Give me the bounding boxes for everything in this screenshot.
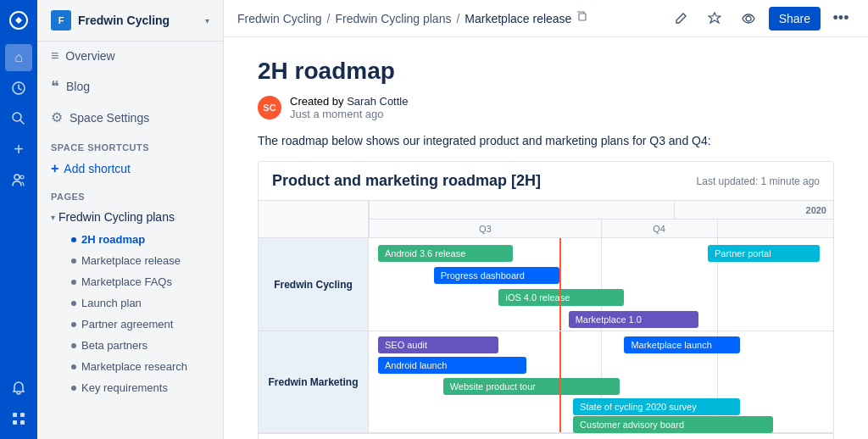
sidebar-item-label: Blog bbox=[66, 80, 90, 93]
space-name: Fredwin Cycling bbox=[78, 14, 198, 27]
edit-button[interactable] bbox=[667, 5, 694, 32]
bar-android-launch: Android launch bbox=[378, 357, 526, 374]
sidebar-page-launch-plan[interactable]: Launch plan bbox=[37, 292, 223, 314]
page-dot bbox=[71, 343, 76, 348]
gantt-label-header bbox=[259, 201, 369, 238]
search-icon[interactable] bbox=[5, 105, 32, 132]
parent-page-label: Fredwin Cycling plans bbox=[58, 210, 175, 224]
apps-icon[interactable] bbox=[5, 405, 32, 432]
gantt-chart: 2020 Q3 Q4 Fredwin Cycling bbox=[259, 201, 833, 439]
bar-customer-advisory: Customer advisory board bbox=[573, 416, 773, 433]
space-shortcuts-label: SPACE SHORTCUTS bbox=[37, 132, 223, 156]
sidebar-page-partner-agreement[interactable]: Partner agreement bbox=[37, 314, 223, 335]
active-dot bbox=[71, 237, 76, 242]
page-dot bbox=[71, 364, 76, 370]
plus-icon: + bbox=[51, 161, 58, 176]
sidebar-item-label: Space Settings bbox=[70, 111, 149, 125]
today-line bbox=[559, 238, 561, 331]
breadcrumb: Fredwin Cycling / Fredwin Cycling plans … bbox=[237, 11, 660, 25]
gantt-chart-headers: 2020 Q3 Q4 bbox=[369, 201, 833, 238]
star-button[interactable] bbox=[701, 5, 728, 32]
created-label: Created by bbox=[290, 95, 347, 108]
breadcrumb-separator: / bbox=[456, 12, 459, 25]
page-content: 2H roadmap SC Created by Sarah Cottle Ju… bbox=[224, 37, 868, 439]
pages-tree: ▾ Fredwin Cycling plans 2H roadmap Marke… bbox=[37, 205, 223, 398]
page-meta: SC Created by Sarah Cottle Just a moment… bbox=[258, 95, 834, 120]
bar-partner-portal: Partner portal bbox=[708, 245, 820, 262]
roadmap-embed: Product and marketing roadmap [2H] Last … bbox=[258, 161, 834, 439]
sidebar-item-label: Overview bbox=[65, 49, 114, 63]
svg-point-3 bbox=[14, 175, 19, 180]
left-nav-bottom bbox=[5, 375, 32, 432]
section-label-marketing: Fredwin Marketing bbox=[259, 331, 369, 433]
gantt-q3-header: Q3 bbox=[369, 220, 601, 237]
breadcrumb-item-1[interactable]: Fredwin Cycling plans bbox=[335, 12, 451, 25]
add-shortcut-button[interactable]: + Add shortcut bbox=[37, 156, 223, 181]
watch-button[interactable] bbox=[735, 5, 762, 32]
bar-website-tour: Website product tour bbox=[443, 378, 620, 395]
gantt-cycling-bars: Android 3.6 release Progress dashboard i… bbox=[369, 238, 833, 331]
author-avatar: SC bbox=[258, 96, 281, 119]
bar-ios-release: iOS 4.0 release bbox=[498, 289, 624, 306]
sidebar-page-beta-partners[interactable]: Beta partners bbox=[37, 335, 223, 356]
topbar-actions: Share ••• bbox=[667, 5, 854, 32]
page-dot bbox=[71, 280, 76, 285]
sidebar-page-marketplace-research[interactable]: Marketplace research bbox=[37, 356, 223, 377]
breadcrumb-separator: / bbox=[327, 12, 331, 25]
gear-icon: ⚙ bbox=[51, 109, 63, 125]
home-icon[interactable]: ⌂ bbox=[5, 44, 32, 71]
roadmap-header: Product and marketing roadmap [2H] Last … bbox=[259, 162, 833, 201]
breadcrumb-item-0[interactable]: Fredwin Cycling bbox=[237, 12, 322, 25]
gantt-empty-year bbox=[369, 201, 674, 219]
blog-icon: ❝ bbox=[51, 77, 59, 96]
svg-rect-6 bbox=[20, 413, 25, 417]
svg-rect-9 bbox=[579, 14, 586, 20]
left-nav: ⌂ + bbox=[0, 0, 37, 439]
sidebar-item-settings[interactable]: ⚙ Space Settings bbox=[37, 103, 223, 132]
section-marketing-text: Fredwin Marketing bbox=[268, 376, 358, 388]
gantt-q4-header: Q4 bbox=[601, 220, 717, 237]
create-icon[interactable]: + bbox=[5, 136, 32, 163]
sidebar-page-marketplace-faqs[interactable]: Marketplace FAQs bbox=[37, 271, 223, 292]
notification-icon[interactable] bbox=[5, 375, 32, 402]
sidebar-item-overview[interactable]: ≡ Overview bbox=[37, 42, 223, 70]
today-line-marketing bbox=[559, 331, 561, 432]
pages-label: PAGES bbox=[37, 181, 223, 205]
copy-link-icon[interactable] bbox=[576, 11, 588, 25]
time-ago: Just a moment ago bbox=[290, 108, 408, 120]
roadmap-title: Product and marketing roadmap [2H] bbox=[272, 172, 541, 190]
svg-point-10 bbox=[746, 16, 751, 21]
pages-tree-parent[interactable]: ▾ Fredwin Cycling plans bbox=[37, 205, 223, 229]
bar-seo-audit: SEO audit bbox=[378, 336, 498, 353]
page-title: 2H roadmap bbox=[258, 58, 834, 85]
topbar: Fredwin Cycling / Fredwin Cycling plans … bbox=[224, 0, 868, 37]
sidebar-header[interactable]: F Fredwin Cycling ▾ bbox=[37, 0, 223, 42]
page-intro: The roadmap below shows our integrated p… bbox=[258, 134, 834, 147]
sidebar: F Fredwin Cycling ▾ ≡ Overview ❝ Blog ⚙ … bbox=[37, 0, 224, 439]
bar-progress-dashboard: Progress dashboard bbox=[434, 267, 559, 284]
breadcrumb-item-2[interactable]: Marketplace release bbox=[465, 12, 571, 25]
svg-point-4 bbox=[20, 175, 24, 179]
share-button[interactable]: Share bbox=[769, 7, 821, 31]
more-button[interactable]: ••• bbox=[827, 5, 854, 32]
page-meta-info: Created by Sarah Cottle Just a moment ag… bbox=[290, 95, 408, 120]
logo[interactable] bbox=[5, 7, 32, 34]
svg-rect-5 bbox=[13, 413, 17, 417]
bar-marketplace-launch: Marketplace launch bbox=[624, 336, 740, 353]
sidebar-page-key-requirements[interactable]: Key requirements bbox=[37, 377, 223, 398]
recent-icon[interactable] bbox=[5, 75, 32, 102]
sidebar-item-blog[interactable]: ❝ Blog bbox=[37, 70, 223, 103]
overview-icon: ≡ bbox=[51, 48, 58, 64]
bar-android-release: Android 3.6 release bbox=[378, 245, 513, 262]
section-label-cycling: Fredwin Cycling bbox=[259, 238, 369, 331]
people-icon[interactable] bbox=[5, 166, 32, 193]
bar-marketplace-1: Marketplace 1.0 bbox=[569, 311, 698, 328]
sidebar-page-marketplace-release[interactable]: Marketplace release bbox=[37, 250, 223, 271]
roadmap-last-updated: Last updated: 1 minute ago bbox=[697, 175, 820, 187]
gantt-year-2020: 2020 bbox=[674, 201, 833, 219]
sidebar-page-2h-roadmap[interactable]: 2H roadmap bbox=[37, 229, 223, 250]
gantt-marketing-bars: SEO audit Android launch Website product… bbox=[369, 331, 833, 433]
main-content: Fredwin Cycling / Fredwin Cycling plans … bbox=[224, 0, 868, 439]
page-dot bbox=[71, 322, 76, 327]
roadmap-footer: Aha! bbox=[259, 433, 833, 439]
